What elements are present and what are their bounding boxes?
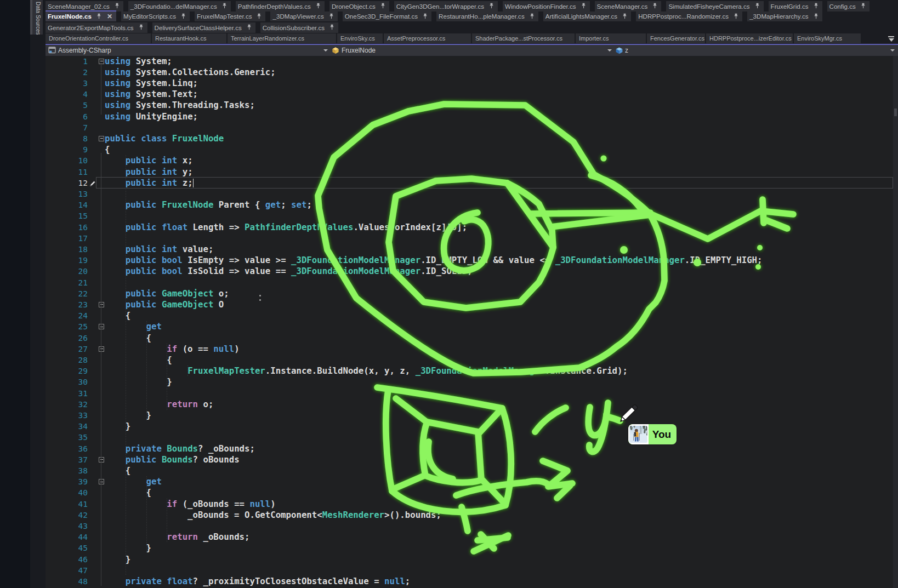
- pin-icon: [755, 3, 760, 9]
- document-tab-EnviroSky.cs[interactable]: EnviroSky.cs: [337, 33, 383, 43]
- indent-guide: [167, 344, 167, 410]
- document-tab-CollisionSubscriber.cs[interactable]: CollisionSubscriber.cs: [260, 22, 338, 33]
- document-tab-SceneManager.cs[interactable]: SceneManager.cs: [595, 1, 662, 12]
- document-tab-SimulatedFisheyeCamera.cs[interactable]: SimulatedFisheyeCamera.cs: [666, 1, 763, 12]
- type-dropdown-arrow-icon[interactable]: [607, 49, 612, 52]
- indent-guide: [126, 155, 126, 576]
- tab-close-icon[interactable]: ✕: [107, 13, 112, 20]
- vertical-scrollbar[interactable]: [893, 56, 898, 588]
- code-line-16: public float Length => PathfinderDepthVa…: [105, 222, 467, 233]
- document-tab-CityGen3DGen...torWrapper.cs[interactable]: CityGen3DGen...torWrapper.cs: [394, 1, 498, 12]
- gutter-edit-pencil-icon: [89, 180, 96, 187]
- tab-label: Importer.cs: [579, 35, 609, 42]
- code-line-10: public int x;: [105, 155, 193, 166]
- document-tab-Generator2ExportMapTools.cs[interactable]: Generator2ExportMapTools.cs: [46, 22, 147, 33]
- code-line-22: public GameObject o;: [105, 288, 229, 299]
- code-line-33: }: [105, 410, 151, 421]
- document-tab-_3DMapViewer.cs[interactable]: _3DMapViewer.cs: [270, 12, 337, 22]
- avatar-photo: [628, 424, 649, 444]
- document-tab-WindowPositionFinder.cs[interactable]: WindowPositionFinder.cs: [503, 1, 590, 12]
- code-line-41: if (_oBounds == null): [105, 499, 276, 510]
- code-line-23: public GameObject O: [105, 299, 224, 310]
- visual-studio-window: Data Sources SceneManager_02.cs_3DFounda…: [0, 0, 898, 588]
- document-tab-OneSec3D_FileFormat.cs[interactable]: OneSec3D_FileFormat.cs: [343, 12, 431, 22]
- tab-label: ShaderPackage...stProcessor.cs: [475, 35, 562, 42]
- pin-icon: [380, 3, 385, 9]
- pin-icon: [423, 13, 428, 20]
- tab-label: ArtificialLightsManager.cs: [545, 13, 617, 20]
- tab-label: CityGen3DGen...torWrapper.cs: [396, 3, 484, 10]
- document-tab-Importer.cs[interactable]: Importer.cs: [576, 33, 646, 43]
- class-icon: [332, 47, 339, 54]
- member-dropdown-arrow-icon[interactable]: [890, 49, 895, 52]
- document-tab-DeliverySurfaceClassHelper.cs[interactable]: DeliverySurfaceClassHelper.cs: [152, 22, 255, 33]
- code-line-14: public FruxelNode Parent { get; set; }: [105, 199, 322, 210]
- code-line-36: private Bounds? _oBounds;: [105, 443, 255, 454]
- project-name: Assembly-CSharp: [58, 47, 111, 54]
- document-tab-HDRPPostproce...izerEditor.cs[interactable]: HDRPPostproce...izerEditor.cs: [706, 33, 793, 43]
- code-editor[interactable]: 1234567891011121314151617181920212223242…: [46, 56, 898, 588]
- pin-icon: [247, 24, 252, 31]
- pin-icon: [489, 3, 494, 9]
- pinned-tab-row-1: SceneManager_02.cs_3DFoundatio...delMana…: [46, 1, 890, 12]
- document-tab-TerrainLayerRandomizer.cs[interactable]: TerrainLayerRandomizer.cs: [228, 33, 336, 43]
- tab-label: PathfinderDepthValues.cs: [238, 3, 311, 10]
- tab-label: OneSec3D_FileFormat.cs: [345, 13, 418, 20]
- code-line-45: }: [105, 543, 151, 553]
- tab-label: WindowPositionFinder.cs: [505, 3, 576, 10]
- code-line-38: {: [105, 465, 130, 476]
- document-tab-MyEditorScripts.cs[interactable]: MyEditorScripts.cs: [121, 12, 190, 22]
- document-tab-EnviroSkyMgr.cs[interactable]: EnviroSkyMgr.cs: [794, 33, 861, 43]
- document-tab-ShaderPackage...stProcessor.cs[interactable]: ShaderPackage...stProcessor.cs: [472, 33, 575, 43]
- document-tab-FruxelGrid.cs[interactable]: FruxelGrid.cs: [769, 1, 822, 12]
- code-line-18: public int value;: [105, 244, 213, 255]
- document-tab-DroneObject.cs[interactable]: DroneObject.cs: [329, 1, 389, 12]
- document-tab-FruxelNode.cs[interactable]: FruxelNode.cs✕: [46, 12, 116, 22]
- tab-label: FencesGenerator.cs: [650, 35, 704, 42]
- type-name: FruxelNode: [342, 47, 376, 54]
- code-line-20: public bool IsSolid => value == _3DFound…: [105, 266, 473, 277]
- code-line-48: private float? _proximityToClosestObstac…: [105, 576, 410, 587]
- pin-icon: [861, 3, 866, 9]
- tool-tab-data-sources[interactable]: Data Sources: [30, 0, 43, 35]
- member-dropdown[interactable]: z: [615, 45, 628, 56]
- tab-overflow-icon[interactable]: [888, 36, 895, 42]
- code-line-29: FruxelMapTester.Instance.BuildNode(x, y,…: [105, 366, 628, 376]
- document-tab-RestaurantHook.cs[interactable]: RestaurantHook.cs: [152, 33, 226, 43]
- tab-row-unpinned: DroneOrientationController.csRestaurantH…: [46, 33, 890, 43]
- code-line-6: using UnityEngine;: [105, 111, 198, 122]
- document-tab-RestaurantHo...pleManager.cs[interactable]: RestaurantHo...pleManager.cs: [436, 12, 538, 22]
- pinned-tab-row-2: FruxelNode.cs✕MyEditorScripts.csFruxelMa…: [46, 12, 890, 22]
- document-tab-DroneOrientationController.cs[interactable]: DroneOrientationController.cs: [46, 33, 151, 43]
- tab-label: AssetPreprocessor.cs: [387, 35, 445, 42]
- code-line-44: return _oBounds;: [105, 532, 249, 543]
- tab-label: DroneObject.cs: [332, 3, 376, 10]
- drawing-pencil-cursor: [617, 403, 640, 425]
- project-dropdown-arrow-icon[interactable]: [323, 49, 328, 52]
- tab-label: TerrainLayerRandomizer.cs: [231, 35, 304, 42]
- document-tab-PathfinderDepthValues.cs[interactable]: PathfinderDepthValues.cs: [236, 1, 325, 12]
- pin-icon: [329, 13, 334, 20]
- tab-label: HDRPPostproce...izerEditor.cs: [709, 35, 792, 42]
- tab-label: SceneManager.cs: [597, 3, 648, 10]
- document-tab-_3DFoundatio...delManager.cs[interactable]: _3DFoundatio...delManager.cs: [128, 1, 231, 12]
- document-tab-Config.cs[interactable]: Config.cs: [827, 1, 869, 12]
- document-tab-FruxelMapTester.cs[interactable]: FruxelMapTester.cs: [195, 12, 266, 22]
- code-line-12: public int z;: [105, 178, 193, 189]
- document-tab-ArtificialLightsManager.cs[interactable]: ArtificialLightsManager.cs: [543, 12, 631, 22]
- code-line-42: _oBounds = O.GetComponent<MeshRenderer>(…: [105, 510, 441, 521]
- code-line-25: get: [105, 321, 162, 332]
- code-line-28: {: [105, 355, 172, 366]
- type-dropdown[interactable]: FruxelNode: [332, 45, 376, 56]
- project-dropdown[interactable]: Assembly-CSharp: [48, 45, 111, 56]
- tab-label: HDRPPostproc...Randomizer.cs: [638, 13, 729, 20]
- tab-label: SceneManager_02.cs: [48, 3, 110, 10]
- document-tab-AssetPreprocessor.cs[interactable]: AssetPreprocessor.cs: [384, 33, 471, 43]
- document-tab-well: SceneManager_02.cs_3DFoundatio...delMana…: [46, 0, 898, 44]
- pin-icon: [652, 3, 657, 9]
- document-tab-HDRPPostproc...Randomizer.cs[interactable]: HDRPPostproc...Randomizer.cs: [636, 12, 742, 22]
- document-tab-_3DMapHierarchy.cs[interactable]: _3DMapHierarchy.cs: [747, 12, 822, 22]
- indent-guide: [146, 321, 147, 421]
- pin-icon: [139, 24, 144, 31]
- document-tab-FencesGenerator.cs[interactable]: FencesGenerator.cs: [647, 33, 705, 43]
